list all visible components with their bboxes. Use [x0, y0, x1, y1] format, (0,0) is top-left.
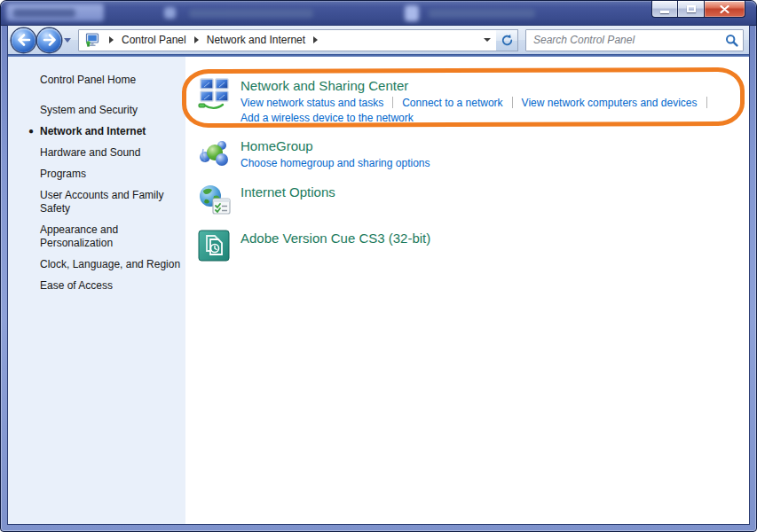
address-bar[interactable]: Control Panel Network and Internet: [78, 29, 497, 51]
link-add-wireless-device[interactable]: Add a wireless device to the network: [241, 112, 414, 124]
refresh-button[interactable]: [496, 29, 518, 51]
sidebar-item-programs[interactable]: Programs: [40, 168, 182, 181]
breadcrumb-control-panel[interactable]: Control Panel: [120, 31, 188, 49]
category-network-and-sharing-center: Network and Sharing Center View network …: [198, 77, 749, 125]
sidebar-item-user-accounts[interactable]: User Accounts and Family Safety: [40, 189, 182, 215]
control-panel-location-icon: [84, 33, 99, 47]
category-homegroup: HomeGroup Choose homegroup and sharing o…: [198, 137, 749, 171]
close-icon: [720, 5, 729, 13]
category-title-adobe-version-cue[interactable]: Adobe Version Cue CS3 (32-bit): [241, 231, 430, 246]
category-title-internet-options[interactable]: Internet Options: [241, 184, 335, 200]
link-separator: [392, 97, 393, 108]
internet-options-icon[interactable]: [198, 184, 232, 217]
link-view-network-status[interactable]: View network status and tasks: [241, 97, 383, 109]
category-title-network-sharing-center[interactable]: Network and Sharing Center: [241, 78, 408, 94]
back-button[interactable]: [12, 28, 35, 52]
maximize-button[interactable]: [678, 1, 705, 18]
search-input[interactable]: [528, 31, 723, 49]
sidebar-item-label: Network and Internet: [40, 125, 146, 137]
category-title-homegroup[interactable]: HomeGroup: [241, 138, 313, 154]
blurred-text: [189, 9, 313, 18]
minimize-icon: [660, 11, 669, 13]
category-adobe-version-cue: Adobe Version Cue CS3 (32-bit): [198, 230, 749, 263]
breadcrumb-arrow-icon: [194, 36, 199, 43]
breadcrumb-arrow-icon: [109, 36, 114, 43]
link-view-network-computers[interactable]: View network computers and devices: [522, 97, 698, 109]
breadcrumb-network-and-internet[interactable]: Network and Internet: [205, 31, 307, 49]
sidebar: Control Panel Home System and Security ●…: [8, 57, 185, 524]
body-area: Control Panel Home System and Security ●…: [8, 57, 749, 524]
sidebar-item-clock-language-region[interactable]: Clock, Language, and Region: [40, 258, 182, 271]
forward-button[interactable]: [37, 28, 61, 52]
sidebar-item-label: Ease of Access: [40, 279, 113, 292]
minimize-button[interactable]: [651, 1, 678, 18]
titlebar-blurred-tabs: [1, 1, 756, 26]
address-dropdown-button[interactable]: [480, 31, 494, 50]
sidebar-item-ease-of-access[interactable]: Ease of Access: [40, 279, 182, 293]
adobe-icon[interactable]: [198, 230, 232, 263]
link-separator: [512, 97, 513, 108]
sidebar-item-network-and-internet[interactable]: ● Network and Internet: [40, 125, 182, 138]
blurred-text: [13, 9, 75, 18]
close-button[interactable]: [705, 1, 745, 18]
link-choose-homegroup-options[interactable]: Choose homegroup and sharing options: [241, 157, 430, 169]
forward-arrow-icon: [43, 34, 57, 46]
category-task-links: Choose homegroup and sharing options: [241, 157, 430, 170]
homegroup-icon[interactable]: [198, 137, 232, 171]
search-box: [525, 29, 744, 51]
sidebar-item-label: System and Security: [40, 104, 138, 116]
chevron-down-icon: [484, 38, 491, 42]
refresh-icon: [501, 34, 514, 47]
sidebar-item-label: Programs: [40, 168, 86, 180]
blurred-icon: [164, 7, 176, 19]
sidebar-item-system-and-security[interactable]: System and Security: [40, 104, 182, 117]
sidebar-item-appearance[interactable]: Appearance and Personalization: [40, 223, 182, 250]
back-arrow-icon: [17, 34, 31, 46]
sidebar-item-hardware-and-sound[interactable]: Hardware and Sound: [40, 146, 182, 160]
recent-pages-chevron-icon[interactable]: [64, 38, 71, 43]
link-connect-to-network[interactable]: Connect to a network: [402, 97, 502, 109]
blurred-text: [429, 9, 535, 18]
sidebar-item-label: Appearance and Personalization: [40, 223, 118, 249]
nav-history-buttons: [12, 28, 71, 52]
category-task-links: View network status and tasksConnect to …: [241, 97, 716, 125]
maximize-icon: [687, 5, 696, 12]
titlebar[interactable]: [1, 1, 756, 26]
window-controls: [651, 1, 745, 18]
sidebar-item-control-panel-home[interactable]: Control Panel Home: [40, 74, 182, 86]
active-item-bullet: ●: [28, 124, 34, 137]
breadcrumb-arrow-icon: [313, 36, 318, 43]
navigation-bar: Control Panel Network and Internet: [8, 26, 749, 54]
network-icon[interactable]: [198, 77, 232, 111]
main-content: Network and Sharing Center View network …: [185, 57, 749, 524]
search-icon: [725, 34, 738, 47]
control-panel-window: Control Panel Network and Internet: [0, 0, 757, 532]
sidebar-item-label: Clock, Language, and Region: [40, 258, 180, 270]
sidebar-item-label: User Accounts and Family Safety: [40, 189, 163, 215]
sidebar-item-label: Hardware and Sound: [40, 146, 140, 159]
search-button[interactable]: [723, 32, 739, 48]
link-separator: [706, 97, 707, 108]
blurred-tab: [405, 5, 419, 21]
category-internet-options: Internet Options: [198, 184, 749, 217]
window-content: Control Panel Network and Internet: [8, 26, 749, 524]
